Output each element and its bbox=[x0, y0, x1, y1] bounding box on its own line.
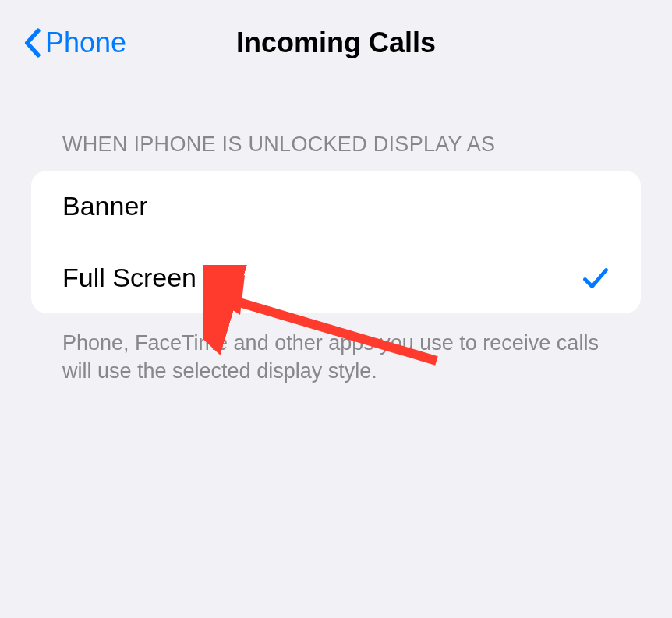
option-banner[interactable]: Banner bbox=[31, 171, 641, 242]
section-header: WHEN IPHONE IS UNLOCKED DISPLAY AS bbox=[31, 132, 641, 171]
chevron-left-icon bbox=[23, 28, 41, 58]
back-label: Phone bbox=[45, 26, 126, 59]
option-full-screen[interactable]: Full Screen bbox=[31, 242, 641, 313]
content-area: WHEN IPHONE IS UNLOCKED DISPLAY AS Banne… bbox=[0, 86, 672, 386]
checkmark-icon bbox=[582, 264, 610, 292]
nav-header: Phone Incoming Calls bbox=[0, 0, 672, 86]
back-button[interactable]: Phone bbox=[23, 26, 126, 59]
section-footer: Phone, FaceTime and other apps you use t… bbox=[31, 313, 641, 386]
options-list: Banner Full Screen bbox=[31, 171, 641, 313]
option-label: Banner bbox=[62, 191, 148, 221]
option-label: Full Screen bbox=[62, 263, 196, 293]
